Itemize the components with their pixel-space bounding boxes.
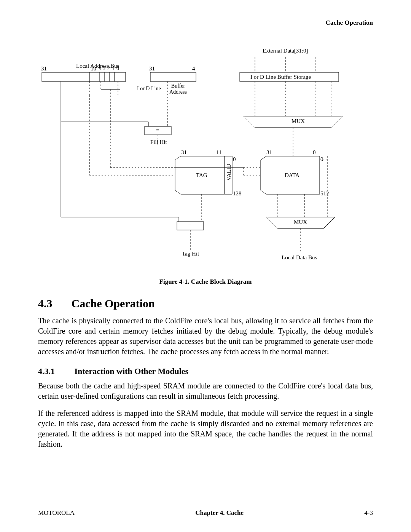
label-tag-hit: Tag Hit <box>182 251 199 257</box>
label-bit-1: 1 <box>112 66 115 72</box>
label-valid: VALID <box>226 164 232 181</box>
label-external-data: External Data[31:0] <box>263 48 308 54</box>
label-bit-3: 3 <box>103 66 105 72</box>
running-head: Cache Operation <box>38 19 373 27</box>
paragraph-2: Because both the cache and high-speed SR… <box>38 381 373 401</box>
label-512: 512 <box>320 190 329 197</box>
label-bit-b4: 4 <box>192 66 195 72</box>
label-data: DATA <box>285 172 299 179</box>
section-heading: 4.3 Cache Operation <box>38 297 373 310</box>
footer-right: 4-3 <box>364 509 373 517</box>
label-mux1: MUX <box>292 118 305 125</box>
label-line-buffer: I or D Line Buffer Storage <box>250 74 311 80</box>
label-tag: TAG <box>196 172 207 179</box>
label-bit-0: 0 <box>116 66 119 72</box>
label-bit-2: 2 <box>107 66 110 72</box>
section-number: 4.3 <box>38 297 68 310</box>
footer-left: MOTOROLA <box>38 509 75 517</box>
label-bit-b31: 31 <box>149 66 155 72</box>
subsection-title: Interaction with Other Modules <box>75 366 189 376</box>
cache-block-diagram: External Data[31:0] Local Address Bus 31… <box>38 42 373 270</box>
label-fill-hit: Fill Hit <box>150 139 167 145</box>
label-bit-4: 4 <box>99 66 102 72</box>
label-bit-10: 10 <box>91 66 96 72</box>
page-footer: MOTOROLA Chapter 4. Cache 4-3 <box>38 506 373 517</box>
label-i-or-d-line: I or D Line <box>137 86 161 92</box>
page: Cache Operation <box>0 0 411 532</box>
label-buffer-address: Buffer Address <box>169 83 187 95</box>
paragraph-3: If the referenced address is mapped into… <box>38 408 373 449</box>
label-bit-c31: 31 <box>181 149 187 156</box>
label-eq1: = <box>156 127 159 134</box>
label-eq2: = <box>188 222 191 229</box>
svg-rect-0 <box>42 72 126 81</box>
label-mux2: MUX <box>294 219 307 225</box>
subsection-number: 4.3.1 <box>38 366 72 376</box>
subsection-heading: 4.3.1 Interaction with Other Modules <box>38 366 373 376</box>
label-bit-d0t: 0 <box>313 149 316 156</box>
paragraph-1: The cache is physically connected to the… <box>38 316 373 357</box>
section-title: Cache Operation <box>72 297 155 310</box>
label-bit-31a: 31 <box>41 66 47 72</box>
figure-caption: Figure 4-1. Cache Block Diagram <box>38 278 373 286</box>
label-bit-d31: 31 <box>266 149 272 156</box>
label-bit-d0s: 0 <box>320 156 323 163</box>
svg-rect-11 <box>150 72 196 81</box>
label-bit-c11: 11 <box>216 149 221 156</box>
footer-center: Chapter 4. Cache <box>195 509 244 517</box>
label-128: 128 <box>233 190 242 197</box>
label-bit-c0: 0 <box>233 156 236 163</box>
label-local-data-bus: Local Data Bus <box>282 254 317 261</box>
